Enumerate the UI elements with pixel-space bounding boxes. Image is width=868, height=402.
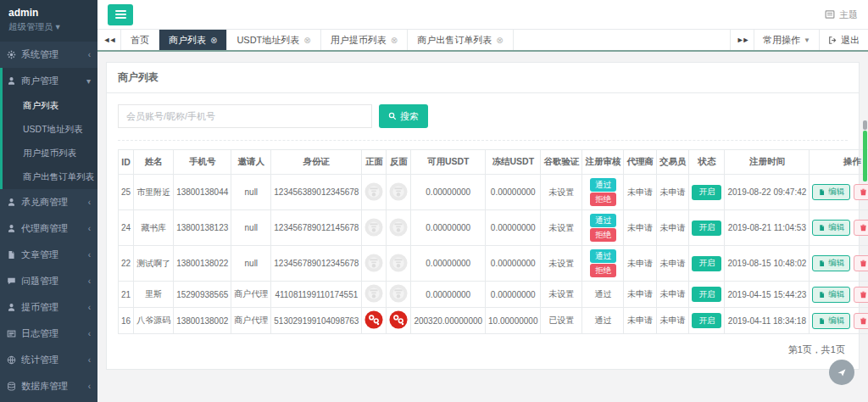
cell-register-audit: 通过拒绝: [582, 246, 624, 282]
status-toggle-button[interactable]: 开启: [692, 313, 721, 328]
tab[interactable]: 用户提币列表⊗: [321, 30, 408, 50]
sidebar-section: 商户管理▾商户列表USDT地址列表用户提币列表商户出售订单列表: [0, 68, 97, 189]
cell-id-front-image[interactable]: [362, 210, 387, 246]
tab-close-icon[interactable]: ⊗: [391, 36, 398, 45]
cell-id-back-image[interactable]: [387, 246, 411, 282]
scrollbar[interactable]: [863, 120, 867, 181]
tab[interactable]: USDT地址列表⊗: [227, 30, 320, 50]
edit-button[interactable]: 编辑: [812, 287, 850, 303]
audit-pass-button[interactable]: 通过: [590, 214, 616, 227]
edit-button[interactable]: 编辑: [812, 220, 850, 236]
sidebar-toggle-button[interactable]: [108, 4, 133, 25]
sidebar-item[interactable]: 日志管理‹: [0, 321, 97, 347]
cell-phone: 15290938565: [174, 282, 231, 308]
sidebar-subitem[interactable]: 商户出售订单列表: [3, 165, 97, 189]
scrollbar-cap[interactable]: [863, 120, 867, 130]
sidebar-item[interactable]: 提币管理‹: [0, 294, 97, 321]
cell-id-back-image[interactable]: [387, 210, 411, 246]
tab-close-icon[interactable]: ⊗: [496, 36, 503, 45]
id-front-image[interactable]: [364, 254, 383, 272]
id-front-image[interactable]: [364, 218, 383, 237]
sidebar-subitem[interactable]: 用户提币列表: [3, 142, 97, 165]
merchant-table: ID姓名手机号邀请人身份证正面反面可用USDT冻结USDT谷歌验证注册审核代理商…: [118, 149, 868, 334]
audit-reject-button[interactable]: 拒绝: [590, 264, 616, 277]
tabs-scroll-left-button[interactable]: ◄◄: [97, 30, 121, 50]
id-back-image[interactable]: [389, 284, 408, 303]
id-back-image[interactable]: [389, 218, 408, 237]
table-body: 25市里附近13800138044null1234563890123456780…: [119, 175, 868, 334]
id-back-image[interactable]: [389, 254, 408, 272]
id-back-image[interactable]: [389, 182, 408, 201]
tab-close-icon[interactable]: ⊗: [303, 36, 310, 45]
tab[interactable]: 首页: [121, 30, 159, 50]
cell-id-front-image[interactable]: [362, 308, 387, 334]
article-icon: [7, 250, 16, 260]
cell-id-card: 123456789012145678: [271, 210, 362, 246]
edit-button[interactable]: 编辑: [812, 255, 850, 271]
logout-button[interactable]: 退出: [819, 30, 868, 50]
user-role-label: 超级管理员: [8, 21, 53, 31]
tab-close-icon[interactable]: ⊗: [210, 36, 217, 45]
scrollbar-thumb[interactable]: [863, 131, 867, 181]
id-front-image[interactable]: [364, 310, 383, 329]
sidebar-item[interactable]: 代理商管理‹: [0, 215, 97, 242]
cell-agent: 未申请: [624, 210, 657, 246]
cell-frozen-usdt: 0.00000000: [486, 210, 541, 246]
cell-operations: 编辑删除: [810, 282, 868, 308]
audit-reject-button[interactable]: 拒绝: [590, 193, 616, 206]
delete-button[interactable]: 删除: [854, 287, 868, 303]
cell-trader: 未申请: [656, 175, 689, 210]
audit-pass-button[interactable]: 通过: [590, 249, 616, 263]
search-input[interactable]: [118, 104, 372, 128]
cell-id-back-image[interactable]: [387, 308, 411, 334]
tabs-scroll-right-button[interactable]: ►►: [730, 30, 754, 50]
search-button[interactable]: 搜索: [379, 104, 428, 128]
delete-button[interactable]: 删除: [854, 184, 868, 200]
chevron-left-icon: ‹: [88, 276, 91, 286]
user-icon: [7, 224, 16, 233]
sidebar-subitem[interactable]: 商户列表: [3, 94, 97, 118]
back-to-top-button[interactable]: [829, 360, 854, 385]
delete-button[interactable]: 删除: [854, 220, 868, 236]
cell-id-front-image[interactable]: [362, 175, 387, 210]
common-operations-menu[interactable]: 常用操作 ▼: [754, 30, 819, 50]
topbar: 主题: [97, 0, 868, 29]
sidebar-item[interactable]: 问题管理‹: [0, 268, 97, 294]
sidebar-subitem[interactable]: USDT地址列表: [3, 118, 97, 142]
chevron-down-icon: ▾: [86, 76, 91, 86]
sidebar-item[interactable]: 统计管理‹: [0, 347, 97, 373]
cell-id-front-image[interactable]: [362, 246, 387, 282]
id-back-image[interactable]: [389, 310, 408, 329]
sidebar-item[interactable]: 文章管理‹: [0, 242, 97, 268]
id-front-image[interactable]: [364, 182, 383, 201]
edit-button[interactable]: 编辑: [812, 184, 850, 200]
cell-id-back-image[interactable]: [387, 175, 411, 210]
sidebar-item[interactable]: 数据库管理‹: [0, 373, 97, 399]
sidebar-item[interactable]: 系统管理‹: [0, 42, 97, 68]
audit-pass-button[interactable]: 通过: [590, 178, 616, 192]
sidebar-item-label: 代理商管理: [21, 222, 68, 235]
cell-inviter: 商户代理: [231, 308, 271, 334]
sidebar-item[interactable]: 承兑商管理‹: [0, 189, 97, 215]
theme-switcher[interactable]: 主题: [825, 8, 858, 21]
logout-label: 退出: [841, 34, 860, 47]
tab[interactable]: 商户列表⊗: [159, 30, 227, 50]
user-role-dropdown[interactable]: 超级管理员 ▾: [8, 21, 89, 33]
chevron-left-icon: ‹: [88, 198, 91, 207]
cell-inviter: null: [231, 210, 271, 246]
status-toggle-button[interactable]: 开启: [692, 287, 721, 302]
cell-trader: 未申请: [656, 282, 689, 308]
edit-button[interactable]: 编辑: [812, 313, 850, 329]
cell-id-back-image[interactable]: [387, 282, 411, 308]
status-toggle-button[interactable]: 开启: [692, 221, 721, 236]
sidebar-item[interactable]: 商户管理▾: [3, 68, 97, 94]
status-toggle-button[interactable]: 开启: [692, 256, 721, 271]
id-front-image[interactable]: [364, 284, 383, 303]
audit-reject-button[interactable]: 拒绝: [590, 228, 616, 242]
delete-button[interactable]: 删除: [854, 255, 868, 271]
status-toggle-button[interactable]: 开启: [692, 185, 721, 200]
delete-button[interactable]: 删除: [854, 313, 868, 329]
cell-id-front-image[interactable]: [362, 282, 387, 308]
column-header: 手机号: [174, 150, 231, 175]
tab[interactable]: 商户出售订单列表⊗: [408, 30, 513, 50]
